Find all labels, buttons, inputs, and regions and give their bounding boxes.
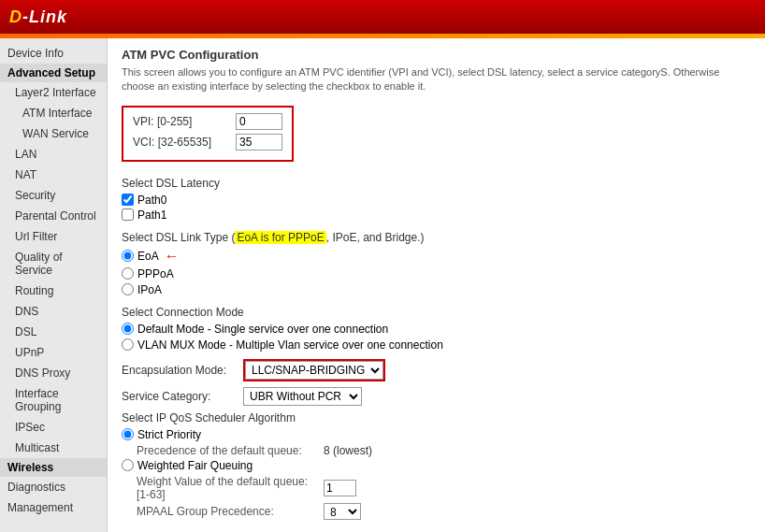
logo-link: -Link (22, 7, 67, 26)
dsl-link-suffix: , IPoE, and Bridge.) (326, 231, 425, 244)
vci-row: VCI: [32-65535] (133, 134, 282, 151)
eoa-row: EoA ← (122, 248, 751, 265)
service-category-label: Service Category: (122, 390, 243, 403)
default-mode-label: Default Mode - Single service over one c… (137, 323, 388, 336)
dsl-link-prefix: Select DSL Link Type ( (122, 231, 235, 244)
eoa-label: EoA (137, 250, 159, 263)
sidebar-item-security[interactable]: Security (0, 185, 107, 206)
vlan-mux-row: VLAN MUX Mode - Multiple Vlan service ov… (122, 338, 751, 352)
eoa-radio[interactable] (122, 250, 134, 262)
ipoa-label: IPoA (137, 283, 162, 296)
vpi-vci-box: VPI: [0-255] VCI: [32-65535] (122, 106, 294, 162)
sidebar-item-url-filter[interactable]: Url Filter (0, 226, 107, 247)
qos-section: Select IP QoS Scheduler Algorithm Strict… (122, 411, 751, 520)
sidebar-item-advanced-setup[interactable]: Advanced Setup (0, 64, 107, 82)
path1-row: Path1 (122, 208, 751, 222)
sidebar-item-wireless[interactable]: Wireless (0, 458, 107, 477)
precedence-value: 8 (lowest) (324, 444, 372, 457)
connection-mode-section: Select Connection Mode Default Mode - Si… (122, 306, 751, 352)
encap-select-wrapper: LLC/SNAP-BRIDGING LLC/SNAP-ROUTING VC/MU… (243, 359, 385, 381)
sidebar-item-management[interactable]: Management (0, 497, 107, 518)
precedence-label: Precedence of the default queue: (137, 444, 324, 457)
vlan-mux-radio[interactable] (122, 338, 134, 351)
weighted-fair-radio[interactable] (122, 459, 134, 471)
sidebar-item-diagnostics[interactable]: Diagnostics (0, 477, 107, 497)
path0-row: Path0 (122, 194, 751, 207)
path0-label: Path0 (137, 194, 166, 207)
page-title: ATM PVC Configuration (122, 48, 751, 62)
encap-select[interactable]: LLC/SNAP-BRIDGING LLC/SNAP-ROUTING VC/MU… (245, 361, 383, 380)
sidebar-item-parental-control[interactable]: Parental Control (0, 206, 107, 226)
dsl-latency-label: Select DSL Latency (122, 177, 751, 190)
qos-title: Select IP QoS Scheduler Algorithm (122, 411, 751, 424)
sidebar-item-dsl[interactable]: DSL (0, 322, 107, 342)
path0-checkbox[interactable] (122, 194, 134, 206)
page-desc: This screen allows you to configure an A… (122, 65, 751, 94)
arrow-indicator: ← (165, 248, 180, 265)
dsl-link-label: Select DSL Link Type (EoA is for PPPoE, … (122, 231, 751, 244)
weight-label: Weight Value of the default queue: [1-63… (137, 475, 324, 501)
dsl-latency-section: Select DSL Latency Path0 Path1 (122, 177, 751, 222)
service-category-select[interactable]: UBR Without PCR UBR With PCR CBR Non Rea… (243, 387, 362, 406)
sidebar-item-lan[interactable]: LAN (0, 144, 107, 165)
pppoa-row: PPPoA (122, 267, 751, 280)
vci-input[interactable] (236, 134, 282, 151)
ipoa-radio[interactable] (122, 283, 134, 295)
sidebar-item-interface-grouping[interactable]: Interface Grouping (0, 383, 107, 417)
default-mode-radio[interactable] (122, 323, 134, 335)
dsl-link-section: Select DSL Link Type (EoA is for PPPoE, … (122, 231, 751, 296)
logo-d: D (9, 7, 22, 26)
weight-row: Weight Value of the default queue: [1-63… (122, 475, 751, 501)
ipoa-row: IPoA (122, 283, 751, 296)
encap-label: Encapsulation Mode: (122, 364, 243, 377)
path1-checkbox[interactable] (122, 208, 134, 221)
strict-priority-row: Strict Priority (122, 428, 751, 441)
main-content: ATM PVC Configuration This screen allows… (108, 38, 765, 532)
sidebar-item-quality-of-service[interactable]: Quality of Service (0, 247, 107, 280)
mpaal-label: MPAAL Group Precedence: (137, 505, 324, 518)
precedence-row: Precedence of the default queue: 8 (lowe… (122, 444, 751, 457)
sidebar: Device Info Advanced Setup Layer2 Interf… (0, 38, 108, 532)
pppoa-label: PPPoA (137, 267, 174, 280)
weighted-fair-row: Weighted Fair Queuing (122, 459, 751, 472)
encap-row: Encapsulation Mode: LLC/SNAP-BRIDGING LL… (122, 359, 751, 381)
sidebar-item-device-info[interactable]: Device Info (0, 43, 107, 64)
sidebar-item-nat[interactable]: NAT (0, 165, 107, 185)
dsl-link-highlight: EoA is for PPPoE (235, 231, 325, 244)
sidebar-item-multicast[interactable]: Multicast (0, 438, 107, 458)
sidebar-item-wan-service[interactable]: WAN Service (0, 123, 107, 144)
sidebar-item-ipsec[interactable]: IPSec (0, 417, 107, 438)
service-category-row: Service Category: UBR Without PCR UBR Wi… (122, 387, 751, 406)
vpi-row: VPI: [0-255] (133, 113, 282, 130)
vlan-mux-label: VLAN MUX Mode - Multiple Vlan service ov… (137, 338, 443, 352)
vci-label: VCI: [32-65535] (133, 136, 236, 149)
mpaal-select[interactable]: 8 7 6 (324, 503, 361, 520)
default-mode-row: Default Mode - Single service over one c… (122, 323, 751, 336)
vpi-label: VPI: [0-255] (133, 115, 236, 128)
sidebar-item-dns[interactable]: DNS (0, 301, 107, 322)
mpaal-row: MPAAL Group Precedence: 8 7 6 (122, 503, 751, 520)
sidebar-item-upnp[interactable]: UPnP (0, 342, 107, 363)
strict-priority-label: Strict Priority (137, 428, 201, 441)
pppoa-radio[interactable] (122, 267, 134, 280)
logo: D-Link (9, 7, 67, 27)
sidebar-item-atm-interface[interactable]: ATM Interface (0, 103, 107, 123)
vpi-input[interactable] (236, 113, 282, 130)
path1-label: Path1 (137, 208, 166, 222)
connection-mode-label: Select Connection Mode (122, 306, 751, 319)
strict-priority-radio[interactable] (122, 428, 134, 440)
weight-input[interactable] (324, 480, 356, 496)
header: D-Link (0, 0, 765, 34)
sidebar-item-layer2-interface[interactable]: Layer2 Interface (0, 82, 107, 103)
layout: Device Info Advanced Setup Layer2 Interf… (0, 38, 765, 532)
sidebar-item-routing[interactable]: Routing (0, 280, 107, 301)
sidebar-item-dns-proxy[interactable]: DNS Proxy (0, 363, 107, 383)
weighted-fair-label: Weighted Fair Queuing (137, 459, 253, 472)
